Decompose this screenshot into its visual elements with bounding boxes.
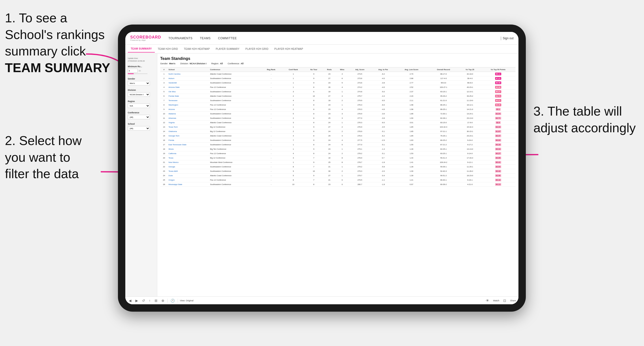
toolbar-sep2	[178, 299, 178, 303]
cell-school[interactable]: Oregon	[168, 178, 209, 182]
cell-avg-low: 1.30	[395, 169, 428, 173]
cell-vs-top25: 69-6-0	[459, 81, 481, 85]
cell-vs-top25: 15-32-4	[459, 125, 481, 129]
cell-adj-score: 273.6	[348, 76, 371, 81]
cell-school[interactable]: California	[168, 151, 209, 156]
cell-school[interactable]: Washington	[168, 103, 209, 107]
cell-adj-score: 278.2	[348, 151, 371, 156]
cell-adj-score: 277.5	[348, 138, 371, 143]
cell-reg-rank: -	[260, 94, 282, 98]
cell-school[interactable]: Alabama	[168, 112, 209, 116]
share-btn[interactable]: Share	[510, 299, 516, 302]
cell-no-tour: 10	[305, 94, 322, 98]
watch-btn[interactable]: Watch	[493, 299, 499, 302]
cell-no-tour: 8	[305, 116, 322, 121]
cell-rank: 5	[160, 90, 168, 94]
toolbar-add-btn[interactable]: ⊕	[160, 298, 165, 303]
toolbar-share-btn2[interactable]: ↑	[148, 298, 152, 303]
filter-conference-select[interactable]: (All)	[128, 115, 150, 119]
cell-adj-score: 275.7	[348, 94, 371, 98]
view-original-btn[interactable]: View: Original	[180, 299, 193, 302]
cell-avg-par: -6.0	[371, 103, 395, 107]
sub-nav-player-summary[interactable]: PLAYER SUMMARY	[213, 46, 242, 52]
cell-school[interactable]: Auburn	[168, 76, 209, 81]
cell-adj-score: 279.3	[348, 169, 371, 173]
toolbar-back-btn[interactable]: ◀	[128, 298, 132, 303]
cell-conf-rank: 2	[282, 107, 305, 112]
cell-avg-par: -1.8	[371, 182, 395, 187]
cell-avg-low: 1.41	[395, 160, 428, 165]
cell-conference: Mountain West Conference	[209, 160, 260, 165]
cell-school[interactable]: Florida	[168, 138, 209, 143]
cell-school[interactable]: Arizona State	[168, 85, 209, 90]
cell-school[interactable]: Arkansas	[168, 116, 209, 121]
cell-school[interactable]: Vanderbilt	[168, 81, 209, 85]
filter-gender-select[interactable]: Men's Women's	[128, 81, 150, 85]
cell-wins: 4	[336, 134, 348, 138]
toolbar-reload-btn[interactable]: ↺	[141, 298, 146, 303]
col-wins: Wins	[336, 67, 348, 72]
cell-rank: 12	[160, 121, 168, 125]
cell-rnds: 23	[323, 147, 336, 151]
cell-school[interactable]: Texas A&M	[168, 169, 209, 173]
cell-school[interactable]: Arizona	[168, 107, 209, 112]
sub-nav-player-h2h-heatmap[interactable]: PLAYER H2H HEATMAP	[271, 46, 306, 52]
cell-wins: 2	[336, 169, 348, 173]
cell-school[interactable]: East Tennessee State	[168, 143, 209, 147]
cell-avg-par: -6.0	[371, 121, 395, 125]
col-avg-low: Avg. Low Score	[395, 67, 428, 72]
filter-division-select[interactable]: NCAA Division I NCAA Division II NCAA Di…	[128, 92, 150, 97]
cell-wins: 1	[336, 165, 348, 169]
cell-reg-rank: -	[260, 116, 282, 121]
filter-slider-fill	[128, 73, 134, 74]
sign-out-button[interactable]: Sign out	[503, 36, 514, 40]
nav-committee[interactable]: COMMITTEE	[218, 36, 237, 40]
sub-nav-team-h2h-heatmap[interactable]: TEAM H2H HEATMAP	[181, 46, 213, 52]
cell-avg-low: 1.98	[395, 103, 428, 107]
filter-region-select[interactable]: N/A All	[128, 104, 150, 108]
filter-min-rounds-label: Minimum Ro...	[128, 65, 154, 68]
filter-school-select[interactable]: (All)	[128, 126, 150, 131]
toolbar-clock-btn[interactable]: 🕐	[170, 298, 176, 303]
cell-vs-top25: 11-28-2	[459, 169, 481, 173]
cell-conf-rank: 2	[282, 116, 305, 121]
sub-nav-player-h2h-grid[interactable]: PLAYER H2H GRID	[242, 46, 272, 52]
cell-adj-score: 276.4	[348, 134, 371, 138]
cell-school[interactable]: North Carolina	[168, 72, 209, 76]
cell-school[interactable]: Mississippi State	[168, 182, 209, 187]
sub-nav-team-summary[interactable]: TEAM SUMMARY	[128, 45, 155, 52]
cell-wins: 1	[336, 90, 348, 94]
cell-school[interactable]: Ole Miss	[168, 90, 209, 94]
instruction-step2-text3: filter the data	[5, 167, 79, 181]
cell-school[interactable]: Texas Tech	[168, 125, 209, 129]
cell-overall: 117-4-0	[428, 76, 459, 81]
cell-avg-par: -2.0	[371, 169, 395, 173]
cell-school[interactable]: Georgia	[168, 165, 209, 169]
cell-overall: 59-39-1	[428, 165, 459, 169]
cell-adj-score: 280.7	[348, 182, 371, 187]
cell-rank: 1	[160, 72, 168, 76]
cell-adj-score: 279.5	[348, 178, 371, 182]
filter-min-input[interactable]	[128, 69, 138, 73]
nav-teams[interactable]: TEAMS	[200, 36, 211, 40]
filter-slider[interactable]	[128, 73, 148, 74]
toolbar-forward-btn[interactable]: ▶	[134, 298, 139, 303]
cell-wins: 2	[336, 129, 348, 134]
nav-tournaments[interactable]: TOURNAMENTS	[168, 36, 193, 40]
sub-nav-team-h2h-grid[interactable]: TEAM H2H GRID	[155, 46, 181, 52]
cell-reg-rank: -	[260, 143, 282, 147]
cell-school[interactable]: Tennessee	[168, 98, 209, 103]
cell-school[interactable]: Georgia Tech	[168, 134, 209, 138]
cell-school[interactable]: New Mexico	[168, 160, 209, 165]
cell-no-tour: 8	[305, 98, 322, 103]
cell-school[interactable]: Oklahoma	[168, 129, 209, 134]
cell-school[interactable]: Florida State	[168, 94, 209, 98]
cell-wins: 8	[336, 160, 348, 165]
toolbar-bookmark-btn[interactable]: ⊞	[154, 298, 158, 303]
cell-rank: 14	[160, 129, 168, 134]
cell-school[interactable]: Texas	[168, 156, 209, 160]
col-rnds: Rnds	[323, 67, 336, 72]
cell-school[interactable]: Virginia	[168, 121, 209, 125]
cell-school[interactable]: Duke	[168, 173, 209, 178]
cell-school[interactable]: Illinois	[168, 147, 209, 151]
